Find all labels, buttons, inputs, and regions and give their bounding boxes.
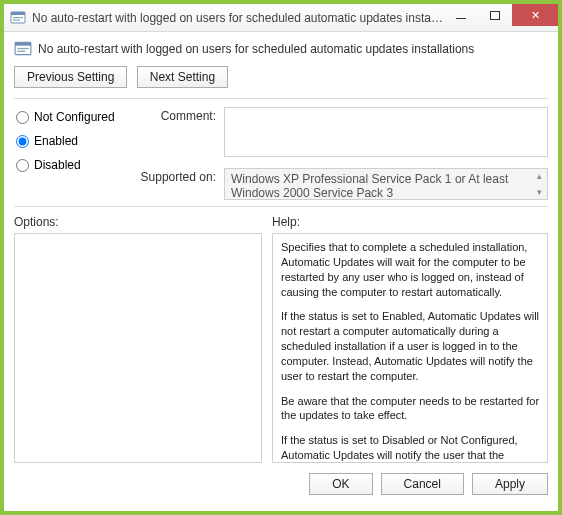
radio-label: Not Configured	[34, 110, 115, 124]
radio-enabled-input[interactable]	[16, 135, 29, 148]
radio-not-configured-input[interactable]	[16, 111, 29, 124]
radio-label: Disabled	[34, 158, 81, 172]
apply-button[interactable]: Apply	[472, 473, 548, 495]
options-panel	[14, 233, 262, 463]
options-label: Options:	[14, 215, 262, 229]
next-setting-button[interactable]: Next Setting	[137, 66, 228, 88]
svg-rect-1	[11, 12, 25, 15]
svg-rect-6	[17, 48, 28, 49]
cancel-button[interactable]: Cancel	[381, 473, 464, 495]
previous-setting-button[interactable]: Previous Setting	[14, 66, 127, 88]
radio-disabled[interactable]: Disabled	[14, 158, 134, 172]
supported-on-label: Supported on:	[134, 168, 224, 200]
help-text: Be aware that the computer needs to be r…	[281, 394, 543, 424]
svg-rect-2	[13, 17, 23, 18]
policy-icon	[14, 40, 32, 58]
window-controls	[444, 4, 558, 31]
window-title: No auto-restart with logged on users for…	[32, 11, 444, 25]
help-label: Help:	[272, 215, 548, 229]
svg-rect-7	[17, 51, 25, 52]
radio-not-configured[interactable]: Not Configured	[14, 110, 134, 124]
maximize-button[interactable]	[478, 4, 512, 26]
help-text: Specifies that to complete a scheduled i…	[281, 240, 543, 299]
supported-on-field: Windows XP Professional Service Pack 1 o…	[224, 168, 548, 200]
svg-rect-3	[13, 19, 20, 20]
svg-rect-5	[15, 42, 31, 45]
comment-input[interactable]	[224, 107, 548, 157]
radio-disabled-input[interactable]	[16, 159, 29, 172]
ok-button[interactable]: OK	[309, 473, 372, 495]
radio-enabled[interactable]: Enabled	[14, 134, 134, 148]
help-text: If the status is set to Enabled, Automat…	[281, 309, 543, 383]
minimize-button[interactable]	[444, 4, 478, 26]
policy-icon	[10, 10, 26, 26]
policy-title-text: No auto-restart with logged on users for…	[38, 42, 474, 56]
titlebar: No auto-restart with logged on users for…	[4, 4, 558, 32]
help-text: If the status is set to Disabled or Not …	[281, 433, 543, 463]
policy-header: No auto-restart with logged on users for…	[14, 40, 548, 58]
radio-label: Enabled	[34, 134, 78, 148]
help-panel[interactable]: Specifies that to complete a scheduled i…	[272, 233, 548, 463]
close-button[interactable]	[512, 4, 558, 26]
comment-label: Comment:	[134, 107, 224, 160]
